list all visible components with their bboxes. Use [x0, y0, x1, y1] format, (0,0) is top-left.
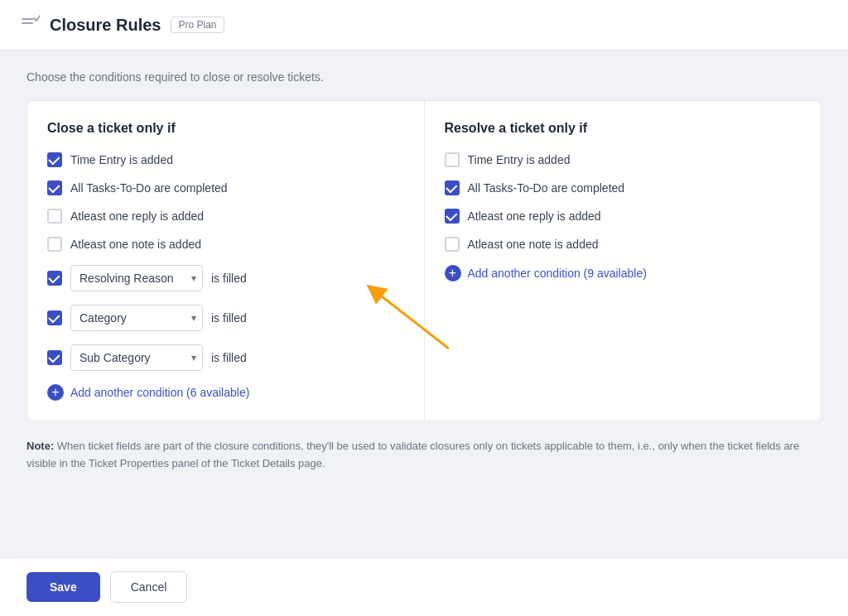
header-icon — [20, 13, 40, 36]
resolve-panel-title: Resolve a ticket only if — [445, 121, 802, 136]
close-tasks-todo-checkbox[interactable] — [47, 180, 62, 195]
resolve-time-entry-label: Time Entry is added — [468, 153, 571, 166]
close-time-entry-checkbox[interactable] — [47, 152, 62, 167]
close-panel-title: Close a ticket only if — [47, 121, 404, 136]
close-tasks-todo-row: All Tasks-To-Do are completed — [47, 180, 404, 195]
resolve-time-entry-checkbox[interactable] — [445, 152, 460, 167]
save-button[interactable]: Save — [26, 572, 100, 602]
close-note-label: Atleast one note is added — [70, 238, 201, 251]
close-category-row: Category is filled — [47, 305, 404, 331]
resolve-tasks-todo-checkbox[interactable] — [445, 180, 460, 195]
resolve-reply-label: Atleast one reply is added — [468, 209, 601, 223]
close-category-select[interactable]: Category — [70, 305, 203, 331]
resolve-add-condition-button[interactable]: + Add another condition (9 available) — [445, 265, 802, 282]
pro-badge: Pro Plan — [171, 17, 224, 33]
resolve-reply-row: Atleast one reply is added — [445, 209, 802, 224]
close-time-entry-label: Time Entry is added — [70, 153, 173, 166]
resolve-panel: Resolve a ticket only if Time Entry is a… — [425, 101, 822, 421]
resolve-add-condition-icon: + — [445, 265, 461, 282]
page-title: Closure Rules — [50, 16, 161, 35]
subtitle: Choose the conditions required to close … — [26, 70, 822, 84]
resolve-tasks-todo-row: All Tasks-To-Do are completed — [445, 180, 802, 195]
close-category-checkbox[interactable] — [47, 310, 62, 325]
close-add-condition-label: Add another condition (6 available) — [70, 386, 249, 399]
footer: Save Cancel — [0, 557, 848, 616]
close-sub-category-dropdown[interactable]: Sub Category — [70, 344, 203, 371]
note-text: When ticket fields are part of the closu… — [26, 440, 799, 469]
resolve-reply-checkbox[interactable] — [445, 209, 460, 224]
close-category-suffix: is filled — [211, 311, 247, 325]
resolve-add-condition-label: Add another condition (9 available) — [468, 267, 647, 280]
close-add-condition-icon: + — [47, 384, 64, 401]
resolve-note-checkbox[interactable] — [445, 237, 460, 252]
resolve-note-row: Atleast one note is added — [445, 237, 802, 252]
page-header: Closure Rules Pro Plan — [0, 0, 848, 51]
close-resolving-reason-suffix: is filled — [211, 272, 247, 285]
note-section: Note: When ticket fields are part of the… — [26, 438, 822, 473]
rules-wrapper: Close a ticket only if Time Entry is add… — [26, 100, 822, 421]
close-tasks-todo-label: All Tasks-To-Do are completed — [70, 181, 228, 195]
close-reply-label: Atleast one reply is added — [70, 209, 204, 223]
close-sub-category-row: Sub Category is filled — [47, 344, 404, 371]
close-add-condition-button[interactable]: + Add another condition (6 available) — [47, 384, 404, 401]
close-note-checkbox[interactable] — [47, 237, 62, 252]
note-prefix: Note: — [26, 440, 54, 452]
close-reply-checkbox[interactable] — [47, 209, 62, 224]
close-resolving-reason-checkbox[interactable] — [47, 271, 62, 286]
resolve-tasks-todo-label: All Tasks-To-Do are completed — [468, 181, 625, 195]
cancel-button[interactable]: Cancel — [110, 571, 188, 603]
close-sub-category-checkbox[interactable] — [47, 350, 62, 365]
rules-container: Close a ticket only if Time Entry is add… — [26, 100, 822, 421]
close-resolving-reason-row: Resolving Reason is filled — [47, 265, 404, 291]
close-resolving-reason-select[interactable]: Resolving Reason — [70, 265, 203, 291]
close-resolving-reason-dropdown[interactable]: Resolving Reason — [70, 265, 203, 291]
close-category-dropdown[interactable]: Category — [70, 305, 203, 331]
close-panel: Close a ticket only if Time Entry is add… — [27, 101, 425, 421]
close-sub-category-select[interactable]: Sub Category — [70, 344, 203, 371]
close-reply-row: Atleast one reply is added — [47, 209, 404, 224]
close-time-entry-row: Time Entry is added — [47, 152, 404, 167]
main-content: Choose the conditions required to close … — [0, 51, 848, 557]
close-sub-category-suffix: is filled — [211, 351, 247, 364]
resolve-note-label: Atleast one note is added — [468, 238, 599, 251]
resolve-time-entry-row: Time Entry is added — [445, 152, 802, 167]
close-note-row: Atleast one note is added — [47, 237, 404, 252]
